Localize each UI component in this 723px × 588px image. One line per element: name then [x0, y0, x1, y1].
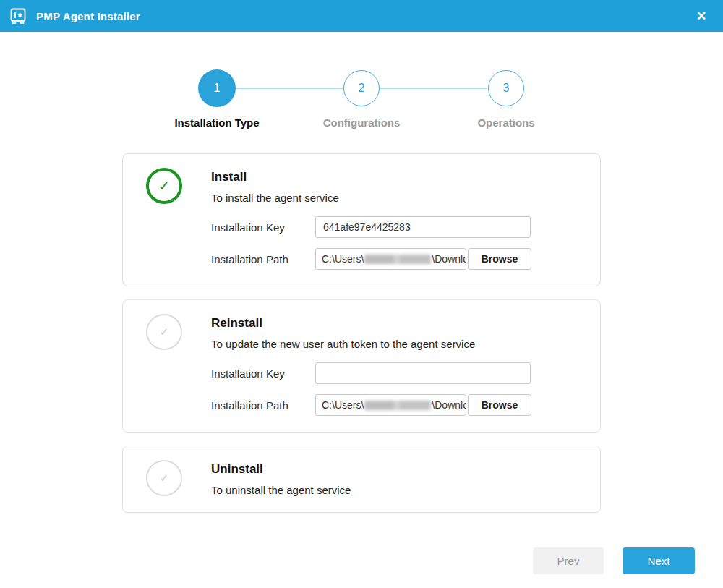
install-description: To install the agent service	[211, 192, 583, 204]
uninstall-card: ✓ Uninstall To uninstall the agent servi…	[122, 446, 601, 513]
reinstall-radio-check-icon[interactable]: ✓	[146, 314, 182, 350]
reinstall-key-input[interactable]	[315, 362, 531, 384]
install-key-input[interactable]	[315, 216, 531, 238]
redacted-username	[364, 401, 431, 410]
step-configurations[interactable]: 2 Configurations	[343, 69, 380, 107]
reinstall-card: ✓ Reinstall To update the new user auth …	[122, 299, 601, 433]
wizard-footer: Prev Next	[0, 547, 723, 574]
install-title: Install	[211, 170, 583, 184]
installation-options: ✓ Install To install the agent service I…	[122, 153, 601, 513]
step-2-label: Configurations	[323, 116, 401, 129]
reinstall-browse-button[interactable]: Browse	[468, 394, 531, 416]
uninstall-description: To uninstall the agent service	[211, 484, 583, 496]
reinstall-description: To update the new user auth token to the…	[211, 338, 583, 350]
window-title: PMP Agent Installer	[36, 10, 140, 22]
uninstall-radio-check-icon[interactable]: ✓	[146, 460, 182, 496]
reinstall-path-input[interactable]: C:\Users\\Downlo	[315, 394, 466, 416]
reinstall-key-label: Installation Key	[211, 367, 315, 380]
install-path-label: Installation Path	[211, 253, 315, 265]
reinstall-title: Reinstall	[211, 316, 583, 331]
step-3-circle[interactable]: 3	[488, 70, 524, 106]
step-1-label: Installation Type	[174, 116, 259, 129]
step-2-circle[interactable]: 2	[343, 70, 380, 106]
step-1-circle[interactable]: 1	[198, 69, 236, 107]
install-card: ✓ Install To install the agent service I…	[122, 153, 601, 286]
next-button[interactable]: Next	[623, 547, 695, 574]
close-icon[interactable]: ✕	[691, 6, 711, 26]
stepper-connector-line	[236, 88, 343, 89]
install-path-input[interactable]: C:\Users\\Downlo	[315, 248, 466, 270]
titlebar: PMP Agent Installer ✕	[0, 0, 723, 32]
prev-button[interactable]: Prev	[533, 547, 604, 574]
install-browse-button[interactable]: Browse	[468, 248, 531, 270]
uninstall-title: Uninstall	[211, 462, 583, 477]
step-operations[interactable]: 3 Operations	[487, 69, 525, 107]
app-vault-icon	[9, 7, 27, 25]
step-3-label: Operations	[477, 116, 534, 129]
reinstall-path-label: Installation Path	[211, 399, 315, 412]
redacted-username	[364, 255, 431, 264]
wizard-stepper: 1 Installation Type 2 Configurations 3 O…	[0, 69, 723, 107]
step-installation-type[interactable]: 1 Installation Type	[198, 69, 236, 107]
install-key-label: Installation Key	[211, 221, 315, 234]
install-radio-check-icon[interactable]: ✓	[146, 168, 182, 204]
stepper-connector-line	[380, 88, 487, 89]
installer-window: PMP Agent Installer ✕ 1 Installation Typ…	[0, 0, 723, 588]
